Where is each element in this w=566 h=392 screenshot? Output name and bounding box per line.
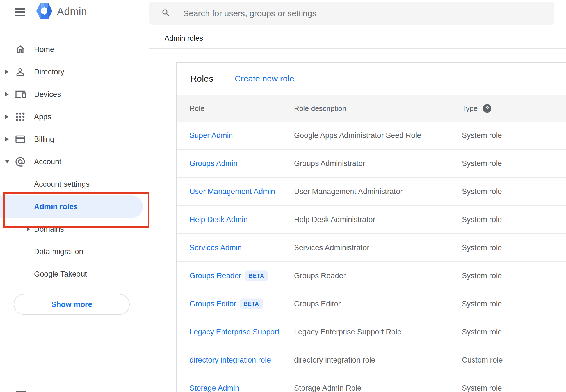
admin-logo: Admin	[36, 3, 87, 20]
role-description: Services Administrator	[294, 243, 369, 252]
admin-logo-icon	[36, 3, 52, 20]
expand-chevron[interactable]	[5, 160, 10, 164]
sidebar-item-label: Admin roles	[34, 202, 78, 211]
sidebar-item-label: Apps	[34, 113, 51, 121]
role-type: System role	[462, 131, 502, 140]
role-type: System role	[462, 328, 502, 336]
sidebar-item-directory[interactable]: Directory	[0, 61, 149, 83]
sidebar-item-label: Account settings	[34, 180, 90, 189]
role-link[interactable]: Help Desk Admin	[190, 215, 248, 224]
beta-badge: BETA	[240, 299, 263, 309]
role-type: System role	[462, 300, 502, 308]
table-row: Legacy Enterprise Support Legacy Enterpr…	[177, 318, 566, 346]
column-header-role: Role	[190, 104, 204, 113]
role-type: System role	[462, 159, 502, 168]
expand-chevron[interactable]	[27, 227, 30, 231]
role-description: Storage Admin Role	[294, 384, 361, 392]
table-header-row: Role Role description Type ?	[177, 95, 566, 122]
sidebar-item-google-takeout[interactable]: Google Takeout	[0, 263, 143, 285]
table-row: Groups Admin Groups Administrator System…	[177, 150, 566, 178]
sidebar-item-label: Data migration	[34, 247, 83, 256]
sidebar-item-label: Devices	[34, 90, 61, 99]
column-header-role-description: Role description	[294, 104, 346, 113]
sidebar-item-label: Google Takeout	[34, 270, 87, 279]
role-description: Groups Editor	[294, 300, 341, 308]
table-row: User Management Admin User Management Ad…	[177, 178, 566, 206]
home-icon	[15, 44, 26, 55]
role-link[interactable]: Groups Admin	[190, 159, 238, 168]
account-icon	[15, 156, 26, 167]
sidebar-item-domains[interactable]: Domains	[0, 218, 143, 240]
search-input[interactable]	[182, 8, 554, 19]
role-type: System role	[462, 187, 502, 196]
table-row: Groups Editor BETA Groups Editor System …	[177, 290, 566, 318]
role-description: Groups Administrator	[294, 159, 365, 168]
table-row: directory integration role directory int…	[177, 346, 566, 374]
search-bar[interactable]	[149, 2, 554, 25]
sidebar-item-billing[interactable]: Billing	[0, 128, 149, 151]
sidebar-item-label: Account	[34, 158, 61, 166]
role-link[interactable]: Storage Admin	[190, 384, 239, 392]
breadcrumb: Admin roles	[165, 34, 203, 43]
role-type: System role	[462, 384, 502, 392]
sidebar-item-label: Billing	[34, 135, 54, 144]
table-row: Help Desk Admin Help Desk Administrator …	[177, 206, 566, 234]
role-type: System role	[462, 272, 502, 280]
sidebar-item-label: Directory	[34, 68, 64, 76]
role-link[interactable]: Super Admin	[190, 131, 233, 140]
role-type: Custom role	[462, 356, 503, 364]
person-icon	[15, 66, 26, 78]
help-icon[interactable]: ?	[483, 104, 491, 113]
sidebar-item-home[interactable]: Home	[0, 38, 149, 61]
role-link[interactable]: directory integration role	[190, 356, 271, 364]
search-icon	[161, 8, 171, 19]
billing-icon	[15, 134, 26, 145]
show-more-button[interactable]: Show more	[14, 294, 130, 315]
sidebar-item-apps[interactable]: Apps	[0, 106, 149, 128]
sidebar-item-account[interactable]: Account	[0, 151, 149, 173]
role-description: Groups Reader	[294, 272, 346, 280]
sidebar-item-admin-roles[interactable]: Admin roles	[0, 195, 143, 218]
column-header-type: Type ?	[462, 104, 491, 113]
sidebar-item-devices[interactable]: Devices	[0, 83, 149, 106]
sidebar-item-label: Domains	[34, 225, 64, 234]
role-description: User Management Administrator	[294, 187, 403, 196]
role-description: Legacy Enterprise Support Role	[294, 328, 401, 336]
role-type: System role	[462, 243, 502, 252]
card-header: Roles Create new role	[177, 63, 566, 95]
role-description: Help Desk Administrator	[294, 215, 375, 224]
table-row: Services Admin Services Administrator Sy…	[177, 234, 566, 262]
sidebar-item-label: Home	[34, 45, 54, 54]
table-row: Super Admin Google Apps Administrator Se…	[177, 122, 566, 150]
role-link[interactable]: Groups Reader	[190, 272, 241, 280]
sidebar-nav: Home Directory Devices Apps Billing Acco…	[0, 38, 149, 285]
beta-badge: BETA	[245, 271, 268, 281]
role-link[interactable]: User Management Admin	[190, 187, 275, 196]
table-body: Super Admin Google Apps Administrator Se…	[177, 122, 566, 392]
role-link[interactable]: Groups Editor	[190, 300, 236, 308]
page-title: Roles	[190, 74, 213, 84]
sidebar-item-account-settings[interactable]: Account settings	[0, 173, 143, 195]
expand-chevron[interactable]	[5, 115, 9, 119]
devices-icon	[15, 89, 26, 100]
table-row: Groups Reader BETA Groups Reader System …	[177, 262, 566, 290]
header-divider	[149, 48, 566, 49]
create-new-role-link[interactable]: Create new role	[235, 74, 294, 83]
role-type: System role	[462, 215, 502, 224]
sidebar: Admin Home Directory Devices Apps Billin…	[0, 0, 149, 392]
sidebar-item-data-migration[interactable]: Data migration	[0, 240, 143, 263]
admin-logo-text: Admin	[57, 6, 87, 17]
role-link[interactable]: Legacy Enterprise Support	[190, 328, 279, 336]
role-link[interactable]: Services Admin	[190, 243, 242, 252]
expand-chevron[interactable]	[5, 70, 9, 74]
main-content: Admin roles Roles Create new role Role R…	[149, 0, 566, 392]
role-description: directory integration role	[294, 356, 375, 364]
roles-card: Roles Create new role Role Role descript…	[176, 62, 566, 392]
role-description: Google Apps Administrator Seed Role	[294, 131, 421, 140]
apps-icon	[15, 111, 26, 122]
hamburger-menu-icon[interactable]	[15, 8, 25, 16]
partial-cropped-icon	[16, 391, 26, 392]
expand-chevron[interactable]	[5, 92, 9, 97]
expand-chevron[interactable]	[5, 137, 9, 142]
sidebar-divider	[0, 378, 149, 378]
